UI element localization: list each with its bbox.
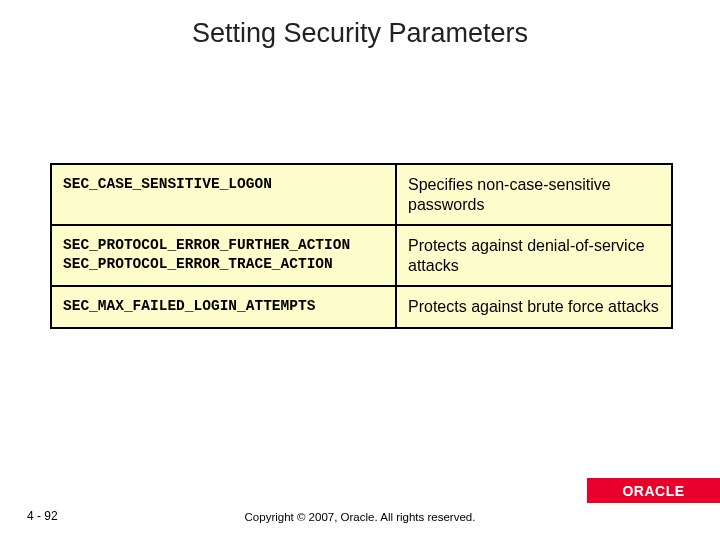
parameters-table: SEC_CASE_SENSITIVE_LOGON Specifies non-c… xyxy=(50,163,673,329)
table-row: SEC_MAX_FAILED_LOGIN_ATTEMPTS Protects a… xyxy=(52,287,671,327)
parameter-desc-cell: Protects against denial-of-service attac… xyxy=(397,226,671,285)
parameter-desc-cell: Protects against brute force attacks xyxy=(397,287,671,327)
parameter-name-cell: SEC_PROTOCOL_ERROR_FURTHER_ACTIONSEC_PRO… xyxy=(52,226,397,285)
parameter-name-cell: SEC_CASE_SENSITIVE_LOGON xyxy=(52,165,397,224)
copyright-text: Copyright © 2007, Oracle. All rights res… xyxy=(0,511,720,523)
parameter-desc-cell: Specifies non-case-sensitive passwords xyxy=(397,165,671,224)
slide: Setting Security Parameters SEC_CASE_SEN… xyxy=(0,0,720,540)
logo-bar: ORACLE xyxy=(587,478,720,503)
parameter-name-cell: SEC_MAX_FAILED_LOGIN_ATTEMPTS xyxy=(52,287,397,327)
table-row: SEC_PROTOCOL_ERROR_FURTHER_ACTIONSEC_PRO… xyxy=(52,226,671,287)
slide-title: Setting Security Parameters xyxy=(0,18,720,49)
oracle-logo: ORACLE xyxy=(622,483,684,499)
table-row: SEC_CASE_SENSITIVE_LOGON Specifies non-c… xyxy=(52,165,671,226)
